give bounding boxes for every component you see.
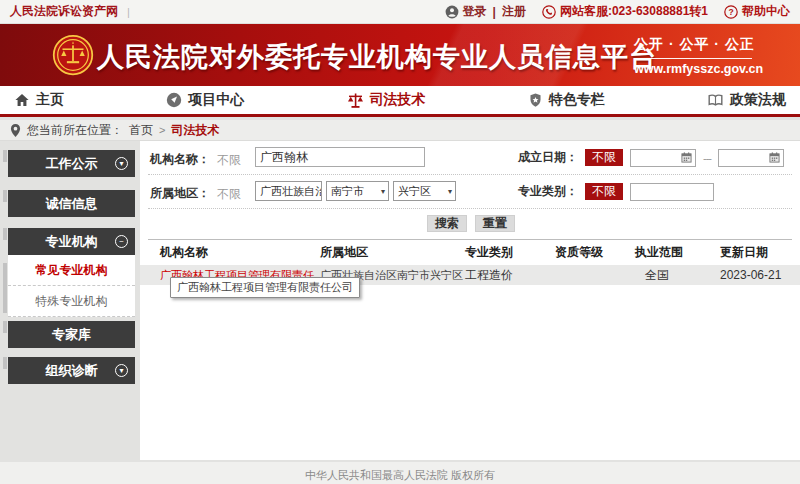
filter-buttons-row: 搜索 重置 — [140, 215, 800, 232]
sidebar-subitem-special-orgs[interactable]: 特殊专业机构 — [8, 286, 135, 317]
table-header-row: 机构名称 所属地区 专业类别 资质等级 执业范围 更新日期 — [140, 240, 800, 265]
primary-nav: 主页 项目中心 司法技术 特色专栏 — [0, 86, 800, 117]
breadcrumb-current: 司法技术 — [171, 122, 219, 139]
login-register[interactable]: 登录 | 注册 — [445, 3, 526, 20]
org-name-label: 机构名称： — [150, 151, 210, 168]
footer-copyright: 中华人民共和国最高人民法院 版权所有 — [0, 462, 800, 484]
established-date-label: 成立日期： — [518, 149, 578, 166]
date-range-separator: --- — [703, 152, 711, 164]
date-from-input[interactable] — [630, 149, 696, 167]
site-name[interactable]: 人民法院诉讼资产网 — [10, 3, 118, 20]
project-icon — [166, 92, 182, 108]
sidebar-item-integrity-info[interactable]: 诚信信息 — [8, 190, 135, 217]
scales-icon — [347, 92, 364, 109]
col-header-category: 专业类别 — [465, 244, 555, 261]
expand-circle-icon: ▾ — [115, 364, 128, 377]
filter-row-org-name: 机构名称： 不限 成立日期： 不限 — [140, 147, 800, 169]
established-unlimited-button[interactable]: 不限 — [585, 149, 623, 166]
help-center[interactable]: ? 帮助中心 — [724, 3, 790, 20]
slogan: 公开 · 公平 · 公正 — [634, 36, 752, 59]
org-name-input[interactable] — [255, 147, 425, 167]
region-unlimited[interactable]: 不限 — [217, 186, 241, 203]
sidebar-submenu: 常见专业机构 特殊专业机构 — [8, 255, 135, 317]
hotline[interactable]: 网站客服:023-63088881转1 — [542, 3, 708, 20]
breadcrumb: 您当前所在位置： 首页 > 司法技术 — [0, 120, 800, 141]
content-panel: 机构名称： 不限 成立日期： 不限 — [140, 141, 800, 460]
question-icon: ? — [724, 5, 738, 19]
chevron-down-icon: ▾ — [448, 187, 452, 196]
nav-item-home[interactable]: 主页 — [14, 86, 64, 114]
province-select[interactable]: 广西壮族自治▾ — [255, 181, 322, 201]
sidebar-item-expert-library[interactable]: 专家库 — [8, 321, 135, 348]
divider — [148, 174, 792, 175]
col-header-updated: 更新日期 — [720, 244, 795, 261]
district-select[interactable]: 兴宁区▾ — [393, 181, 456, 201]
divider — [148, 208, 792, 209]
category-input[interactable] — [630, 183, 714, 201]
page-title: 人民法院对外委托专业机构专业人员信息平台 — [97, 39, 657, 75]
register-link[interactable]: 注册 — [502, 3, 526, 20]
nav-item-judicial-tech[interactable]: 司法技术 — [347, 86, 426, 114]
svg-text:?: ? — [728, 7, 733, 17]
login-link[interactable]: 登录 — [463, 3, 487, 20]
org-name-unlimited[interactable]: 不限 — [217, 152, 241, 169]
location-pin-icon — [10, 123, 21, 138]
search-button[interactable]: 搜索 — [427, 215, 467, 232]
home-icon — [14, 92, 30, 108]
nav-item-featured[interactable]: 特色专栏 — [528, 86, 605, 114]
cell-updated: 2023-06-21 — [720, 268, 795, 282]
divider: | — [127, 6, 130, 18]
top-utility-bar: 人民法院诉讼资产网 | 登录 | 注册 网站客服:023-63088881转1 — [0, 0, 800, 24]
cell-scope: 全国 — [635, 267, 720, 284]
expand-circle-icon: ▾ — [115, 157, 128, 170]
sidebar-item-work-publicity[interactable]: 工作公示 ▾ — [8, 150, 135, 177]
calendar-icon — [681, 152, 692, 163]
col-header-scope: 执业范围 — [635, 244, 720, 261]
sidebar-item-professional-orgs[interactable]: 专业机构 − — [8, 228, 135, 255]
reset-button[interactable]: 重置 — [475, 215, 515, 232]
badge-icon — [528, 92, 543, 108]
sidebar-subitem-common-orgs[interactable]: 常见专业机构 — [8, 255, 135, 286]
chevron-down-icon: ▾ — [381, 187, 385, 196]
col-header-org-name: 机构名称 — [160, 244, 320, 261]
category-unlimited-button[interactable]: 不限 — [585, 183, 623, 200]
region-label: 所属地区： — [150, 185, 210, 202]
phone-icon — [542, 5, 556, 19]
court-emblem-icon — [52, 34, 94, 76]
filter-row-region: 所属地区： 不限 广西壮族自治▾ 南宁市▾ 兴宁区▾ 专业类别： 不限 — [140, 181, 800, 203]
breadcrumb-home-link[interactable]: 首页 — [129, 122, 153, 139]
site-url: www.rmfysszc.gov.cn — [634, 62, 752, 76]
nav-item-project-center[interactable]: 项目中心 — [166, 86, 244, 114]
category-label: 专业类别： — [518, 183, 578, 200]
org-name-tooltip: 广西翰林工程项目管理有限责任公司 — [170, 277, 360, 298]
city-select[interactable]: 南宁市▾ — [326, 181, 389, 201]
page: 人民法院诉讼资产网 | 登录 | 注册 网站客服:023-63088881转1 — [0, 0, 800, 484]
book-icon — [707, 92, 724, 108]
date-to-input[interactable] — [718, 149, 784, 167]
sidebar: 工作公示 ▾ 诚信信息 专业机构 − 常见专业机构 特殊专业机构 专家库 组织诊… — [3, 150, 135, 384]
nav-item-policies[interactable]: 政策法规 — [707, 86, 786, 114]
col-header-region: 所属地区 — [320, 244, 465, 261]
calendar-icon — [769, 152, 780, 163]
banner: 人民法院对外委托专业机构专业人员信息平台 公开 · 公平 · 公正 www.rm… — [0, 24, 800, 86]
user-icon — [445, 5, 459, 19]
col-header-level: 资质等级 — [555, 244, 635, 261]
cell-category: 工程造价 — [465, 267, 555, 284]
main-area: 工作公示 ▾ 诚信信息 专业机构 − 常见专业机构 特殊专业机构 专家库 组织诊… — [0, 141, 800, 462]
breadcrumb-prefix: 您当前所在位置： — [27, 122, 123, 139]
sidebar-item-org-diagnosis[interactable]: 组织诊断 ▾ — [8, 357, 135, 384]
collapse-circle-icon: − — [115, 235, 128, 248]
